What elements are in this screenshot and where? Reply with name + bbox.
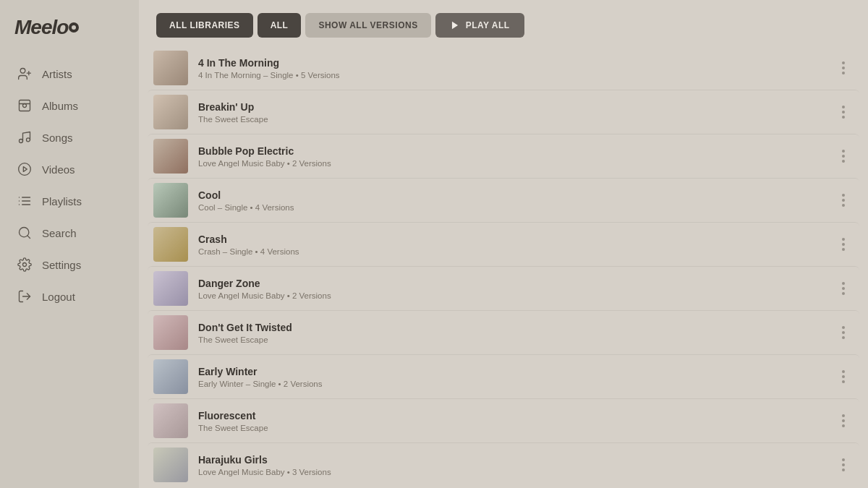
sidebar-item-label: Songs (42, 132, 73, 144)
more-dot (842, 287, 845, 290)
song-thumbnail (153, 359, 188, 394)
song-title: Fluorescent (198, 410, 823, 421)
song-meta: The Sweet Escape (198, 424, 823, 432)
more-dot (842, 72, 845, 74)
table-row[interactable]: Crash Crash – Single • 4 Versions (148, 222, 859, 266)
song-thumbnail (153, 271, 188, 306)
song-info: Don't Get It Twisted The Sweet Escape (198, 322, 823, 344)
search-icon (17, 226, 32, 240)
song-more-button[interactable] (833, 454, 854, 476)
all-button[interactable]: ALL (258, 13, 302, 38)
artists-icon (17, 67, 32, 81)
song-info: Bubble Pop Electric Love Angel Music Bab… (198, 145, 823, 168)
song-more-button[interactable] (833, 366, 854, 388)
more-dot (842, 194, 845, 197)
more-dot (842, 150, 845, 153)
album-art (153, 271, 188, 306)
more-dot (842, 248, 845, 251)
sidebar-item-logout[interactable]: Logout (7, 282, 132, 311)
play-all-button[interactable]: PLAY ALL (435, 13, 524, 38)
svg-point-0 (20, 69, 25, 74)
more-dot (842, 419, 845, 422)
song-more-button[interactable] (833, 322, 854, 343)
videos-icon (17, 162, 32, 176)
album-art (153, 359, 188, 394)
table-row[interactable]: Danger Zone Love Angel Music Baby • 2 Ve… (148, 266, 859, 310)
album-art (153, 139, 188, 174)
songs-icon (17, 130, 32, 145)
more-dot (842, 458, 845, 461)
song-more-button[interactable] (833, 410, 854, 432)
svg-point-6 (19, 163, 31, 176)
song-thumbnail (153, 403, 188, 438)
more-dot (842, 111, 845, 114)
more-dot (842, 331, 845, 334)
album-art (153, 315, 188, 350)
more-dot (842, 463, 845, 466)
song-meta: Early Winter – Single • 2 Versions (198, 380, 823, 388)
song-info: 4 In The Morning 4 In The Morning – Sing… (198, 57, 823, 80)
more-dot (842, 380, 845, 383)
table-row[interactable]: 4 In The Morning 4 In The Morning – Sing… (148, 46, 859, 90)
song-thumbnail (153, 448, 188, 482)
song-title: Breakin' Up (198, 101, 823, 113)
song-more-button[interactable] (833, 145, 854, 167)
sidebar-item-search[interactable]: Search (7, 218, 132, 247)
svg-rect-1 (20, 100, 30, 111)
sidebar-item-label: Settings (42, 259, 81, 271)
main-content: ALL LIBRARIES ALL SHOW ALL VERSIONS PLAY… (139, 0, 868, 488)
sidebar-item-playlists[interactable]: Playlists (7, 187, 132, 215)
song-title: Cool (198, 189, 823, 201)
sidebar-item-songs[interactable]: Songs (7, 123, 132, 152)
more-dot (842, 160, 845, 163)
svg-point-4 (20, 140, 23, 143)
album-art (153, 403, 188, 438)
logo-area: Meelo (0, 0, 139, 59)
show-all-versions-button[interactable]: SHOW ALL VERSIONS (305, 13, 430, 38)
song-meta: The Sweet Escape (198, 335, 823, 344)
table-row[interactable]: Bubble Pop Electric Love Angel Music Bab… (148, 134, 859, 178)
more-dot (842, 199, 845, 202)
more-dot (842, 282, 845, 285)
all-libraries-button[interactable]: ALL LIBRARIES (156, 13, 253, 38)
sidebar-item-albums[interactable]: Albums (7, 91, 132, 120)
svg-line-15 (27, 236, 30, 239)
nav-menu: Artists Albums Songs Videos Playlists (0, 59, 139, 488)
song-more-button[interactable] (833, 57, 854, 79)
song-title: Bubble Pop Electric (198, 145, 823, 157)
song-more-button[interactable] (833, 189, 854, 211)
song-thumbnail (153, 183, 188, 218)
song-more-button[interactable] (833, 278, 854, 299)
song-thumbnail (153, 227, 188, 262)
song-more-button[interactable] (833, 101, 854, 123)
more-dot (842, 375, 845, 378)
more-dot (842, 238, 845, 241)
table-row[interactable]: Cool Cool – Single • 4 Versions (148, 178, 859, 222)
svg-marker-7 (23, 167, 27, 172)
more-dot (842, 414, 845, 417)
sidebar-item-label: Videos (42, 163, 75, 176)
more-dot (842, 61, 845, 64)
sidebar-item-videos[interactable]: Videos (7, 155, 132, 184)
more-dot (842, 116, 845, 119)
song-title: Crash (198, 234, 823, 245)
song-thumbnail (153, 95, 188, 129)
table-row[interactable]: Fluorescent The Sweet Escape (148, 398, 859, 442)
table-row[interactable]: Don't Get It Twisted The Sweet Escape (148, 310, 859, 354)
table-row[interactable]: Early Winter Early Winter – Single • 2 V… (148, 354, 859, 398)
sidebar-item-label: Albums (42, 100, 78, 112)
sidebar-item-artists[interactable]: Artists (7, 59, 132, 88)
sidebar-item-settings[interactable]: Settings (7, 250, 132, 279)
sidebar: Meelo Artists Albums Songs Videos (0, 0, 139, 488)
table-row[interactable]: Harajuku Girls Love Angel Music Baby • 3… (148, 442, 859, 487)
song-info: Harajuku Girls Love Angel Music Baby • 3… (198, 454, 823, 476)
song-info: Cool Cool – Single • 4 Versions (198, 189, 823, 212)
more-dot (842, 292, 845, 295)
table-row[interactable]: Breakin' Up The Sweet Escape (148, 90, 859, 134)
song-meta: The Sweet Escape (198, 115, 823, 124)
song-meta: Love Angel Music Baby • 2 Versions (198, 291, 823, 300)
sidebar-item-label: Search (42, 227, 77, 239)
song-meta: Cool – Single • 4 Versions (198, 203, 823, 212)
song-more-button[interactable] (833, 234, 854, 255)
album-art (153, 51, 188, 85)
